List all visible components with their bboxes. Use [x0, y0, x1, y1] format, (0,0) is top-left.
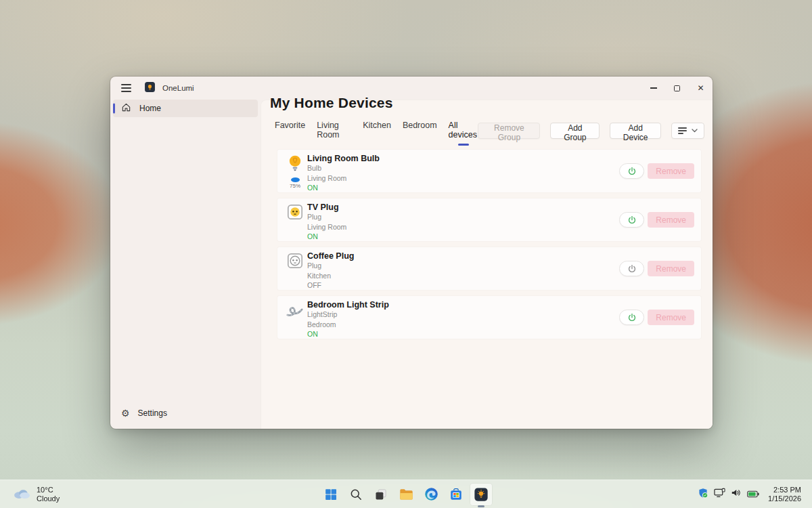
color-indicator[interactable]: [291, 177, 300, 182]
device-name: Bedroom Light Strip: [307, 301, 619, 310]
device-type: Plug: [307, 261, 619, 271]
edge-browser-button[interactable]: [420, 484, 442, 505]
lightstrip-icon: [286, 301, 304, 320]
selected-accent-bar: [113, 104, 115, 114]
device-name: Coffee Plug: [307, 252, 619, 261]
brightness-value: 75%: [290, 183, 300, 189]
power-toggle-button[interactable]: [619, 212, 644, 228]
power-toggle-button[interactable]: [619, 261, 644, 276]
sidebar-item-settings[interactable]: ⚙ Settings: [110, 402, 261, 425]
power-icon: [627, 215, 637, 225]
app-window: OneLumi ✕ Home ⚙ Settings: [110, 77, 713, 429]
chevron-down-icon: [692, 129, 698, 133]
device-actions: Remove: [619, 299, 694, 335]
device-row-living-room-bulb[interactable]: 75% Living Room Bulb Bulb Living Room ON: [277, 150, 701, 192]
device-actions: Remove: [619, 251, 694, 287]
tab-favorite[interactable]: Favorite: [275, 121, 305, 141]
bulb-icon: [288, 155, 302, 175]
maximize-icon: [674, 85, 680, 91]
taskbar: 10°C Cloudy: [0, 480, 812, 508]
device-icon-column: [283, 299, 307, 335]
device-actions: Remove: [619, 202, 694, 238]
plug-icon: [287, 204, 303, 223]
device-info: Living Room Bulb Bulb Living Room ON: [307, 153, 619, 189]
sidebar: Home ⚙ Settings: [110, 100, 261, 429]
battery-icon[interactable]: [747, 488, 759, 501]
search-button[interactable]: [345, 484, 367, 505]
tab-living-room[interactable]: Living Room: [317, 121, 351, 141]
power-icon: [627, 167, 637, 176]
device-type: Bulb: [307, 164, 619, 173]
close-button[interactable]: ✕: [689, 77, 713, 100]
device-list: 75% Living Room Bulb Bulb Living Room ON: [277, 150, 701, 339]
app-identity: OneLumi: [144, 81, 194, 96]
remove-device-button[interactable]: Remove: [648, 163, 694, 179]
plug-icon: [287, 253, 303, 272]
menu-button[interactable]: [116, 79, 135, 97]
main-content: My Home Devices Favorite Living Room Kit…: [261, 100, 713, 429]
remove-group-button[interactable]: Remove Group: [478, 123, 540, 139]
device-name: TV Plug: [307, 203, 619, 212]
minimize-button[interactable]: [641, 77, 665, 100]
power-toggle-button[interactable]: [619, 163, 644, 179]
window-controls: ✕: [641, 77, 713, 100]
app-title: OneLumi: [162, 84, 194, 92]
device-row-coffee-plug[interactable]: Coffee Plug Plug Kitchen OFF Remove: [277, 247, 701, 290]
onelumi-app-button[interactable]: [470, 484, 492, 505]
windows-logo-icon: [324, 488, 338, 501]
tab-all-devices[interactable]: All devices: [449, 121, 478, 141]
sort-filter-dropdown[interactable]: [671, 123, 704, 139]
add-device-button[interactable]: Add Device: [610, 123, 661, 139]
taskbar-center-icons: [320, 480, 492, 508]
power-toggle-button[interactable]: [619, 310, 644, 325]
desktop-wallpaper: OneLumi ✕ Home ⚙ Settings: [0, 0, 812, 508]
gear-icon: ⚙: [121, 408, 130, 418]
device-type: LightStrip: [307, 310, 619, 320]
home-icon: [121, 102, 131, 114]
tab-bedroom[interactable]: Bedroom: [403, 121, 437, 141]
sidebar-item-label: Home: [139, 104, 161, 113]
tabs-toolbar-row: Favorite Living Room Kitchen Bedroom All…: [275, 121, 704, 141]
sidebar-item-home[interactable]: Home: [113, 100, 258, 117]
remove-device-button[interactable]: Remove: [648, 310, 694, 325]
system-tray: 2:53 PM 1/15/2026: [694, 480, 808, 508]
task-view-icon: [374, 488, 388, 501]
device-room: Living Room: [307, 174, 619, 184]
device-room: Living Room: [307, 223, 619, 232]
toolbar: Remove Group Add Group Add Device: [478, 123, 704, 139]
power-icon: [627, 264, 637, 274]
device-status: ON: [307, 330, 619, 339]
file-explorer-button[interactable]: [395, 484, 417, 505]
device-row-tv-plug[interactable]: TV Plug Plug Living Room ON Remove: [277, 198, 701, 241]
device-status: ON: [307, 232, 619, 242]
device-icon-column: [283, 202, 307, 238]
maximize-button[interactable]: [665, 77, 689, 100]
add-group-button[interactable]: Add Group: [550, 123, 600, 139]
edge-icon: [424, 487, 438, 501]
volume-icon[interactable]: [731, 488, 742, 501]
device-actions: Remove: [619, 153, 694, 189]
weather-widget[interactable]: 10°C Cloudy: [7, 480, 65, 508]
clock-widget[interactable]: 2:53 PM 1/15/2026: [765, 484, 804, 505]
tab-kitchen[interactable]: Kitchen: [363, 121, 391, 141]
microsoft-store-button[interactable]: [445, 484, 467, 505]
tray-date: 1/15/2026: [768, 494, 801, 503]
start-button[interactable]: [320, 484, 342, 505]
task-view-button[interactable]: [370, 484, 392, 505]
weather-condition: Cloudy: [37, 494, 60, 503]
network-icon[interactable]: [714, 488, 725, 501]
device-room: Bedroom: [307, 320, 619, 330]
remove-device-button[interactable]: Remove: [648, 212, 694, 228]
minimize-icon: [650, 87, 657, 88]
app-icon: [144, 81, 156, 96]
store-icon: [449, 488, 463, 501]
device-icon-column: [283, 251, 307, 287]
device-row-bedroom-light-strip[interactable]: Bedroom Light Strip LightStrip Bedroom O…: [277, 296, 701, 339]
device-status: ON: [307, 184, 619, 193]
settings-label: Settings: [138, 408, 167, 418]
cloudy-weather-icon: [12, 486, 31, 503]
security-shield-icon[interactable]: [698, 488, 708, 501]
remove-device-button[interactable]: Remove: [648, 261, 694, 276]
device-info: Coffee Plug Plug Kitchen OFF: [307, 251, 619, 287]
device-icon-column: 75%: [283, 153, 307, 189]
